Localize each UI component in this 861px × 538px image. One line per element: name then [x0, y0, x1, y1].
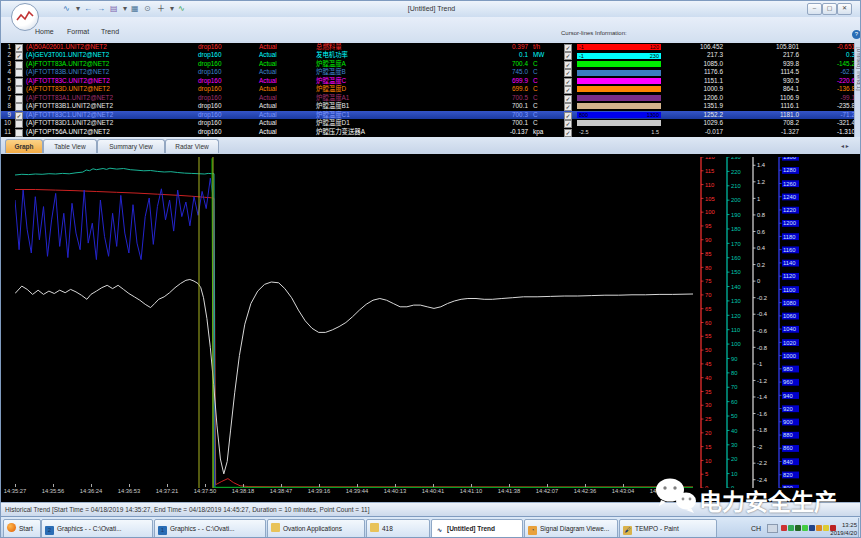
trend-graph[interactable]: 0510152025303540455055606570758085909510… [1, 154, 861, 502]
pan-right-icon[interactable]: → [97, 4, 105, 14]
tab-graph[interactable]: Graph [5, 139, 43, 153]
table-row[interactable]: 5(A)FTOTT83C.UNIT2@NET2drop160Actual炉膛温度… [1, 77, 854, 85]
point-name[interactable]: (A)FTOPT56A.UNIT2@NET2 [26, 128, 196, 136]
menu-format[interactable]: Format [67, 27, 89, 36]
help-icon[interactable]: ? [852, 30, 861, 39]
cursor2-value: 1181.0 [727, 111, 799, 119]
close-button[interactable]: ✕ [837, 3, 852, 15]
point-name[interactable]: (A)FTOTT83B.UNIT2@NET2 [26, 68, 196, 76]
add-point-icon[interactable]: ＋ [157, 4, 165, 14]
table-row[interactable]: 10(A)FTOTT83D1.UNIT2@NET2drop160Actual炉膛… [1, 119, 854, 127]
series-furnace-pressure [15, 280, 693, 474]
current-value: 700.5 [461, 94, 528, 102]
scale-color-bar[interactable]: -1230 [577, 53, 661, 59]
point-name[interactable]: (A)50A02601.UNIT2@NET2 [26, 43, 196, 51]
taskbar-button[interactable]: Ovation Applications [267, 519, 365, 538]
x-tick [395, 484, 396, 487]
maximize-button[interactable]: ▢ [822, 3, 837, 15]
drop-name: drop160 [198, 94, 238, 102]
taskbar-button[interactable]: ∿[Untitled] Trend [431, 519, 523, 538]
point-description: 炉膛温度D1 [316, 119, 426, 127]
current-value: 700.4 [461, 60, 528, 68]
scale-color-bar[interactable] [577, 70, 661, 76]
app-logo-icon[interactable] [11, 3, 39, 31]
tab-summary-view[interactable]: Summary View [97, 139, 165, 153]
scale-color-bar[interactable]: -1120 [577, 44, 661, 50]
grid-view-icon[interactable]: ▦ [131, 4, 139, 14]
zoom-icon[interactable]: ⊙ [144, 4, 151, 14]
plot-area[interactable] [15, 157, 693, 488]
trend-type-icon[interactable]: ∿ [63, 4, 70, 14]
scale-color-bar[interactable] [577, 95, 661, 101]
tray-icon[interactable] [809, 525, 815, 531]
axis-tick-label: 1280 [783, 167, 796, 173]
point-name[interactable]: (A)GEV3T001.UNIT2@NET2 [26, 51, 196, 59]
axis-tick-label: 180 [731, 226, 741, 232]
tray-icon[interactable] [802, 525, 808, 531]
table-row[interactable]: 9✓(A)FTOTT83C1.UNIT2@NET2drop160Actual炉膛… [1, 111, 854, 119]
taskbar-button[interactable]: 🖌TEMPO - Paint [619, 519, 717, 538]
current-value: 0.397 [461, 43, 528, 51]
point-name[interactable]: (A)FTOTT83C.UNIT2@NET2 [26, 77, 196, 85]
tray-icon[interactable] [788, 525, 794, 531]
scale-color-bar[interactable]: 8001300 [577, 112, 661, 118]
axis-tick-label: 100 [705, 209, 715, 215]
table-row[interactable]: 8(A)FTOTT83B1.UNIT2@NET2drop160Actual炉膛温… [1, 102, 854, 110]
table-row[interactable]: 2✓(A)GEV3T001.UNIT2@NET2drop160Actual发电机… [1, 51, 854, 59]
tab-table-view[interactable]: Table View [43, 139, 97, 153]
taskbar-button[interactable]: 418 [366, 519, 430, 538]
taskbar-button[interactable]: ◔Signal Diagram Viewe... [524, 519, 618, 538]
point-name[interactable]: (A)FTOTT83A.UNIT2@NET2 [26, 60, 196, 68]
tab-scroll-icons[interactable]: ◂ ▸ [841, 142, 849, 150]
scale-color-bar[interactable]: -2.51.5 [577, 129, 661, 135]
scale-checkbox[interactable]: ✓ [564, 129, 572, 137]
dropdown-caret-icon[interactable]: ▾ [170, 4, 174, 14]
minimize-button[interactable]: – [807, 3, 822, 15]
taskbar: Start CH 13:25 2019/4/20 2Graphics - - C… [1, 516, 861, 538]
printer-tray-icon[interactable] [767, 524, 778, 533]
axis-tick-label: 900 [783, 419, 793, 425]
scale-color-bar[interactable] [577, 86, 661, 92]
table-row[interactable]: 1✓(A)50A02601.UNIT2@NET2drop160Actual总燃料… [1, 43, 854, 51]
tab-radar-view[interactable]: Radar View [165, 139, 219, 153]
table-row[interactable]: 11(A)FTOPT56A.UNIT2@NET2drop160Actual炉膛压… [1, 128, 854, 136]
tray-icon[interactable] [795, 525, 801, 531]
pan-left-icon[interactable]: ← [84, 4, 92, 14]
scale-color-bar[interactable] [577, 120, 661, 126]
point-name[interactable]: (A)FTOTT83C1.UNIT2@NET2 [26, 111, 196, 119]
value-mode: Actual [259, 111, 293, 119]
export-icon[interactable]: ▤ [110, 4, 118, 14]
tray-icon[interactable] [781, 525, 787, 531]
dropdown-caret-icon[interactable]: ▾ [123, 4, 127, 14]
point-name[interactable]: (A)FTOTT83D.UNIT2@NET2 [26, 85, 196, 93]
value-mode: Actual [259, 43, 293, 51]
point-name[interactable]: (A)FTOTT83D1.UNIT2@NET2 [26, 119, 196, 127]
menu-trend[interactable]: Trend [101, 27, 119, 36]
table-row[interactable]: 3(A)FTOTT83A.UNIT2@NET2drop160Actual炉膛温度… [1, 60, 854, 68]
x-tick [129, 484, 130, 487]
taskbar-button[interactable]: 1Graphics - - C:\Ovati... [154, 519, 266, 538]
x-tick-label: 14:35:27 [4, 488, 27, 494]
taskbar-button[interactable]: 2Graphics - - C:\Ovati... [41, 519, 153, 538]
x-tick-label: 14:41:38 [498, 488, 521, 494]
x-tick [53, 484, 54, 487]
tray-icon[interactable] [830, 525, 836, 531]
table-row[interactable]: 4(A)FTOTT83B.UNIT2@NET2drop160Actual炉膛温度… [1, 68, 854, 76]
axis-tick-label: 95 [705, 223, 711, 229]
dropdown-caret-icon[interactable]: ▾ [76, 4, 80, 14]
scale-color-bar[interactable] [577, 78, 661, 84]
point-name[interactable]: (A)FTOTT83B1.UNIT2@NET2 [26, 102, 196, 110]
language-indicator[interactable]: CH [751, 524, 761, 533]
live-trend-icon[interactable]: ∿ [178, 4, 185, 14]
tray-icon[interactable] [816, 525, 822, 531]
scale-color-bar[interactable] [577, 61, 661, 67]
axis-tick-label: 20 [731, 456, 737, 462]
table-row[interactable]: 6(A)FTOTT83D.UNIT2@NET2drop160Actual炉膛温度… [1, 85, 854, 93]
start-button[interactable]: Start [3, 519, 41, 538]
table-row[interactable]: 7(A)FTOTT83A1.UNIT2@NET2drop160Actual炉膛温… [1, 94, 854, 102]
scale-color-bar[interactable] [577, 103, 661, 109]
tray-icon[interactable] [823, 525, 829, 531]
current-value: 700.1 [461, 119, 528, 127]
point-name[interactable]: (A)FTOTT83A1.UNIT2@NET2 [26, 94, 196, 102]
row-checkbox[interactable] [15, 129, 23, 137]
